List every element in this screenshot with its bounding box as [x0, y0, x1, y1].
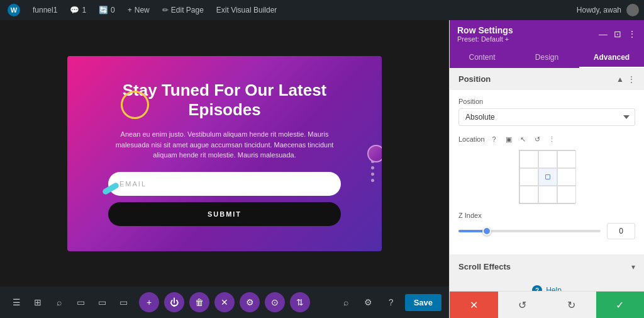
add-element-btn[interactable]: + [139, 292, 159, 312]
preview-description: Anean eu enim justo. Vestibulum aliquam … [105, 129, 344, 161]
panel-preset: Preset: Default + [457, 35, 513, 43]
new-btn[interactable]: + New [125, 0, 152, 20]
pos-bottom-left[interactable] [519, 186, 538, 203]
location-label-row: Location ? ▣ ↖ ↺ ⋮ [458, 133, 635, 145]
location-cursor-icon[interactable]: ↖ [518, 133, 529, 145]
help-icon-btn[interactable]: ? [382, 293, 400, 311]
z-index-slider-track[interactable] [458, 230, 601, 232]
menu-icon-btn[interactable]: ☰ [8, 293, 25, 311]
avatar[interactable] [626, 4, 639, 16]
pos-middle-left[interactable] [519, 168, 538, 186]
toolbar-left: ☰ ⊞ ⌕ ▭ ▭ ▭ [8, 293, 132, 311]
tab-content[interactable]: Content [450, 48, 514, 68]
location-help-icon[interactable]: ? [489, 133, 500, 145]
location-more-icon[interactable]: ⋮ [547, 133, 558, 145]
panel-footer: ✕ ↺ ↻ ✓ [450, 291, 644, 318]
pos-bottom-right[interactable] [557, 186, 576, 203]
edit-page-btn[interactable]: ✏ Edit Page [160, 0, 206, 20]
position-section-header[interactable]: Position ▲ ⋮ [450, 68, 644, 90]
exit-builder-btn[interactable]: Exit Visual Builder [214, 0, 280, 20]
power-btn[interactable]: ⏻ [164, 292, 184, 312]
right-panel: Row Settings Preset: Default + — ⊡ ⋮ Con… [449, 20, 644, 318]
preview-submit-btn[interactable]: SUBMIT [108, 202, 341, 226]
position-field-label: Position [458, 98, 635, 105]
preview-email-input[interactable]: EMAIL [108, 172, 341, 196]
z-index-slider-thumb[interactable] [482, 227, 491, 236]
z-index-row [458, 223, 635, 239]
position-content: Position Absolute Relative Fixed Static … [450, 90, 644, 254]
updates-btn[interactable]: 🔄 0 [96, 0, 118, 20]
panel-header: Row Settings Preset: Default + — ⊡ ⋮ [450, 20, 644, 48]
position-field-row: Position Absolute Relative Fixed Static [458, 98, 635, 126]
tab-advanced[interactable]: Advanced [579, 48, 644, 68]
more-icon[interactable]: ⋮ [628, 75, 635, 84]
pos-top-right[interactable] [557, 150, 576, 168]
edit-label: Edit Page [171, 6, 204, 14]
sort-btn[interactable]: ⇅ [290, 292, 310, 312]
z-index-label: Z Index [458, 212, 635, 219]
settings-btn[interactable]: ⚙ [240, 292, 260, 312]
update-icon: 🔄 [99, 6, 108, 14]
location-section: Location ? ▣ ↖ ↺ ⋮ [458, 133, 635, 204]
bottom-toolbar: ☰ ⊞ ⌕ ▭ ▭ ▭ + ⏻ 🗑 ✕ ⚙ ⊙ ⇅ ⌕ ⚙ ? Save [0, 287, 449, 318]
footer-undo-btn[interactable]: ↺ [499, 292, 548, 318]
z-index-input[interactable] [607, 223, 635, 239]
pos-bottom-center[interactable] [538, 186, 557, 203]
comments-btn[interactable]: 💬 1 [67, 0, 89, 20]
help-label: Help [546, 286, 562, 291]
target-btn[interactable]: ⊙ [265, 292, 285, 312]
toolbar-center: + ⏻ 🗑 ✕ ⚙ ⊙ ⇅ [139, 292, 310, 312]
footer-redo-btn[interactable]: ↻ [547, 292, 596, 318]
dot-5 [371, 179, 374, 182]
pos-top-left[interactable] [519, 150, 538, 168]
redo-icon: ↻ [567, 299, 575, 311]
chevron-up-icon: ▲ [616, 75, 624, 84]
pos-middle-right[interactable] [557, 168, 576, 186]
check-icon: ✓ [616, 299, 624, 311]
site-name-btn[interactable]: funnel1 [30, 0, 60, 20]
canvas-area: Stay Tuned For Our Latest Episodes Anean… [0, 20, 449, 287]
settings-icon-btn[interactable]: ⚙ [360, 293, 377, 311]
panel-body: Position ▲ ⋮ Position Absolute Relative … [450, 68, 644, 291]
search-icon-btn[interactable]: ⌕ [50, 293, 68, 311]
close-btn[interactable]: ✕ [214, 292, 235, 312]
pencil-icon: ✏ [162, 6, 169, 14]
tab-design[interactable]: Design [514, 48, 579, 68]
page-preview[interactable]: Stay Tuned For Our Latest Episodes Anean… [67, 56, 382, 251]
wp-logo-btn[interactable]: W [5, 0, 23, 20]
help-row[interactable]: ? Help [450, 278, 644, 291]
submit-label: SUBMIT [208, 210, 242, 218]
footer-confirm-btn[interactable]: ✓ [596, 292, 645, 318]
layout-2-btn[interactable]: ▭ [93, 293, 111, 311]
delete-btn[interactable]: 🗑 [189, 292, 209, 312]
save-button[interactable]: Save [405, 294, 441, 311]
scroll-effects-section[interactable]: Scroll Effects ▾ [450, 256, 644, 278]
new-icon: + [128, 6, 132, 14]
zoom-icon-btn[interactable]: ⌕ [337, 293, 355, 311]
toolbar-right: ⌕ ⚙ ? Save [337, 293, 441, 311]
wp-logo: W [8, 4, 20, 16]
expand-icon[interactable]: ⊡ [614, 29, 621, 39]
z-index-section: Z Index [458, 212, 635, 239]
location-box-icon[interactable]: ▣ [503, 133, 514, 145]
chevron-down-icon: ▾ [631, 263, 635, 271]
comment-icon: 💬 [70, 6, 79, 14]
email-placeholder: EMAIL [119, 180, 147, 188]
exit-label: Exit Visual Builder [216, 6, 277, 14]
layout-1-btn[interactable]: ▭ [72, 293, 89, 311]
grid-icon-btn[interactable]: ⊞ [29, 293, 47, 311]
pos-top-center[interactable] [538, 150, 557, 168]
more-options-icon[interactable]: ⋮ [628, 29, 636, 39]
location-reset-icon[interactable]: ↺ [532, 133, 543, 145]
dot-3 [371, 166, 374, 169]
minimize-icon[interactable]: — [599, 29, 608, 39]
pos-middle-center[interactable] [538, 168, 557, 186]
panel-header-text: Row Settings Preset: Default + [457, 25, 513, 43]
location-label: Location [458, 135, 485, 143]
position-select[interactable]: Absolute Relative Fixed Static [458, 108, 635, 126]
update-count: 0 [111, 6, 115, 14]
position-title: Position [458, 74, 491, 84]
footer-close-btn[interactable]: ✕ [450, 292, 499, 318]
layout-3-btn[interactable]: ▭ [114, 293, 132, 311]
close-icon: ✕ [470, 299, 478, 311]
